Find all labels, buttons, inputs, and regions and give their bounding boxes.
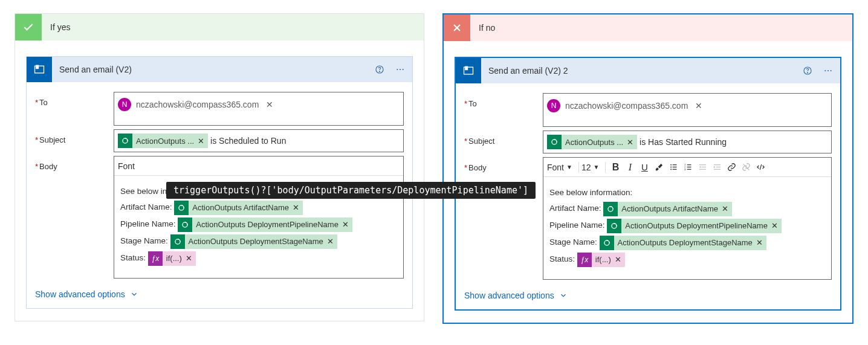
- underline-button[interactable]: U: [637, 160, 652, 175]
- card-header[interactable]: Send an email (V2): [27, 57, 412, 82]
- card-title: Send an email (V2): [52, 65, 374, 74]
- code-view-button[interactable]: [753, 160, 768, 175]
- svg-text:3: 3: [684, 169, 685, 171]
- remove-token-icon[interactable]: ✕: [722, 202, 732, 216]
- expression-tooltip: triggerOutputs()?['body/OutputParameters…: [166, 182, 536, 199]
- branch-if-no-header[interactable]: If no: [444, 15, 852, 41]
- branch-if-yes-header[interactable]: If yes: [15, 14, 424, 40]
- body-editor[interactable]: Font▼ 12▼ B I U 123: [543, 157, 832, 280]
- font-family-select[interactable]: Font: [118, 161, 138, 171]
- italic-button[interactable]: I: [623, 160, 637, 175]
- svg-rect-1: [36, 65, 39, 69]
- svg-rect-33: [699, 164, 706, 165]
- to-input[interactable]: N nczachowski@compass365.com ✕: [114, 92, 404, 126]
- remove-token-icon[interactable]: ✕: [756, 236, 766, 250]
- svg-line-42: [760, 164, 762, 170]
- highlight-button[interactable]: [652, 160, 666, 175]
- indent-button[interactable]: [710, 160, 724, 175]
- label-body: *Body: [35, 156, 114, 171]
- expression-token-if[interactable]: ƒx if(...) ✕: [148, 251, 196, 266]
- font-size-select[interactable]: 12▼: [581, 163, 603, 172]
- to-input[interactable]: N nczachowski@compass365.com ✕: [543, 93, 832, 127]
- svg-rect-39: [714, 169, 721, 170]
- unlink-button[interactable]: [739, 160, 753, 175]
- avatar: N: [118, 98, 131, 111]
- fx-icon: ƒx: [577, 253, 592, 267]
- dynamic-token-pipeline-name[interactable]: ActionOutputs DeploymentPipelineName ✕: [607, 219, 782, 233]
- more-icon[interactable]: [822, 65, 834, 77]
- recipient-email: nczachowski@compass365.com: [136, 100, 259, 109]
- avatar: N: [547, 99, 560, 112]
- dynamic-token-action-outputs[interactable]: ActionOutputs ... ✕: [547, 135, 637, 149]
- number-list-button[interactable]: 123: [681, 160, 695, 175]
- remove-token-icon[interactable]: ✕: [627, 138, 637, 147]
- link-button[interactable]: [724, 160, 739, 175]
- remove-token-icon[interactable]: ✕: [198, 137, 208, 146]
- branch-if-yes-title: If yes: [42, 22, 70, 32]
- check-icon: [15, 14, 42, 40]
- action-outputs-icon: [170, 234, 185, 249]
- action-outputs-icon: [118, 134, 132, 148]
- recipient-chip[interactable]: N nczachowski@compass365.com ✕: [547, 98, 705, 113]
- svg-point-4: [397, 69, 398, 70]
- svg-rect-34: [702, 167, 707, 167]
- help-icon[interactable]: [802, 65, 814, 77]
- svg-point-19: [831, 70, 832, 71]
- label-subject: *Subject: [464, 131, 543, 146]
- rte-toolbar: Font▼ 12▼ B I U 123: [543, 158, 831, 177]
- rte-toolbar: Font: [114, 156, 403, 176]
- bullet-list-button[interactable]: [666, 160, 681, 175]
- action-outputs-icon: [607, 219, 621, 233]
- more-icon[interactable]: [394, 63, 406, 76]
- outdent-button[interactable]: [695, 160, 710, 175]
- body-intro: See below information:: [549, 185, 632, 201]
- dynamic-token-pipeline-name[interactable]: ActionOutputs DeploymentPipelineName ✕: [178, 218, 352, 232]
- svg-point-18: [828, 70, 829, 71]
- remove-token-icon[interactable]: ✕: [342, 218, 352, 232]
- font-family-select[interactable]: Font▼: [547, 163, 576, 172]
- card-header[interactable]: Send an email (V2) 2: [456, 58, 840, 83]
- dynamic-token-stage-name[interactable]: ActionOutputs DeploymentStageName ✕: [600, 236, 766, 250]
- svg-point-3: [379, 71, 380, 72]
- dynamic-token-artifact-name[interactable]: ActionOutputs ArtifactName ✕: [174, 201, 303, 215]
- recipient-email: nczachowski@compass365.com: [565, 101, 688, 111]
- dynamic-token-artifact-name[interactable]: ActionOutputs ArtifactName ✕: [603, 202, 732, 216]
- subject-text: is Scheduled to Run: [210, 136, 290, 146]
- remove-token-icon[interactable]: ✕: [293, 201, 303, 215]
- svg-marker-40: [714, 166, 716, 169]
- action-outputs-icon: [547, 135, 562, 149]
- expression-token-if[interactable]: ƒx if(...) ✕: [577, 253, 625, 267]
- svg-rect-35: [699, 169, 706, 170]
- remove-recipient-icon[interactable]: ✕: [264, 100, 276, 109]
- remove-token-icon[interactable]: ✕: [186, 251, 196, 266]
- remove-token-icon[interactable]: ✕: [615, 253, 625, 267]
- dynamic-token-stage-name[interactable]: ActionOutputs DeploymentStageName ✕: [170, 234, 337, 249]
- remove-token-icon[interactable]: ✕: [771, 219, 782, 233]
- card-title: Send an email (V2) 2: [481, 66, 802, 76]
- help-icon[interactable]: [374, 63, 386, 76]
- svg-point-25: [670, 169, 672, 170]
- action-outputs-icon: [178, 218, 192, 232]
- bold-button[interactable]: B: [608, 160, 623, 175]
- label-to: *To: [35, 92, 114, 107]
- subject-input[interactable]: ActionOutputs ... ✕ is Scheduled to Run: [114, 129, 404, 152]
- svg-point-16: [807, 73, 808, 73]
- body-editor[interactable]: Font See below information: Artifact Nam…: [114, 156, 404, 279]
- action-outputs-icon: [600, 236, 614, 250]
- svg-rect-26: [673, 169, 677, 170]
- show-advanced-options-link[interactable]: Show advanced options: [35, 289, 138, 299]
- x-icon: [444, 15, 470, 41]
- outlook-icon: [456, 58, 481, 83]
- recipient-chip[interactable]: N nczachowski@compass365.com ✕: [118, 97, 276, 112]
- show-advanced-options-link[interactable]: Show advanced options: [464, 291, 568, 300]
- fx-icon: ƒx: [148, 251, 163, 266]
- remove-token-icon[interactable]: ✕: [327, 234, 337, 249]
- action-outputs-icon: [603, 202, 618, 216]
- dynamic-token-action-outputs[interactable]: ActionOutputs ... ✕: [118, 134, 208, 148]
- outlook-icon: [27, 57, 52, 82]
- remove-recipient-icon[interactable]: ✕: [693, 101, 705, 111]
- chevron-down-icon: [130, 290, 138, 298]
- subject-input[interactable]: ActionOutputs ... ✕ is Has Started Runni…: [543, 131, 832, 153]
- svg-rect-38: [716, 167, 721, 167]
- chevron-down-icon: [559, 291, 568, 300]
